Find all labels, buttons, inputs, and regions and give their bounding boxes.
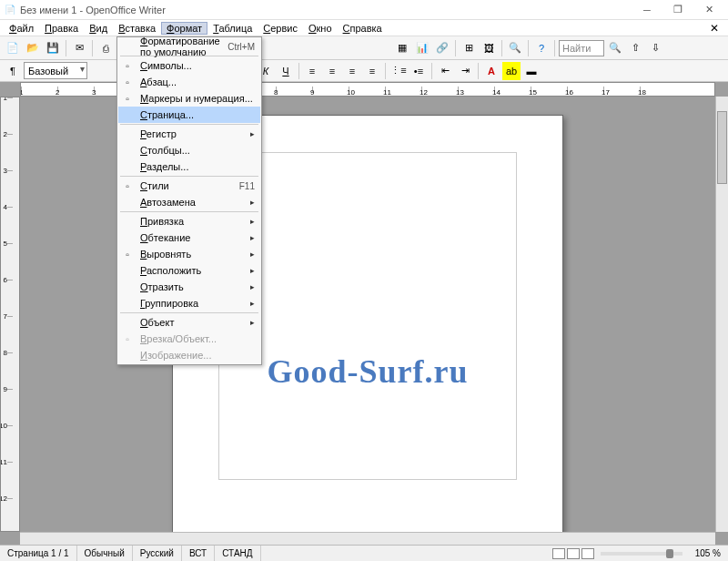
close-button[interactable]: ✕ [693, 1, 724, 19]
gallery-icon[interactable]: 🖼 [480, 39, 498, 57]
help-icon[interactable]: ? [532, 39, 551, 57]
status-page[interactable]: Страница 1 / 1 [0, 546, 77, 561]
menu-item-стили[interactable]: ▫СтилиF11 [118, 178, 260, 194]
app-icon: 📄 [4, 4, 16, 16]
menu-файл[interactable]: Файл [4, 22, 39, 35]
scrollbar-thumb[interactable] [717, 111, 727, 184]
ruler-tick: 9 [7, 389, 13, 425]
menu-item-label: Маркеры и нумерация... [140, 93, 253, 104]
menu-item-объект[interactable]: Объект▸ [118, 314, 260, 331]
hyperlink-icon[interactable]: 🔗 [433, 39, 451, 57]
background-color-icon[interactable]: ▬ [522, 62, 541, 80]
menu-item-страница-[interactable]: Страница... [118, 107, 260, 123]
mail-icon[interactable]: ✉ [70, 39, 88, 57]
menu-item-отразить[interactable]: Отразить▸ [118, 279, 260, 295]
menu-item-label: Изображение... [140, 350, 211, 361]
horizontal-scrollbar[interactable] [20, 532, 715, 545]
open-icon[interactable]: 📂 [24, 39, 42, 57]
menu-item-автозамена[interactable]: Автозамена▸ [118, 194, 260, 210]
menu-вставка[interactable]: Вставка [113, 22, 161, 35]
export-pdf-icon[interactable]: ⎙ [96, 39, 115, 57]
menu-item-label: Регистр [140, 128, 177, 139]
numbering-icon[interactable]: ⋮≡ [389, 62, 408, 80]
ruler-tick: 14 [494, 87, 531, 92]
menu-item-абзац-[interactable]: ▫Абзац... [118, 74, 260, 90]
menu-item-группировка[interactable]: Группировка▸ [118, 295, 260, 311]
zoom-icon[interactable]: 🔍 [506, 39, 524, 57]
decrease-indent-icon[interactable]: ⇤ [436, 62, 454, 80]
align-right-icon[interactable]: ≡ [343, 62, 361, 80]
zoom-slider[interactable] [601, 552, 682, 556]
menu-item-разделы-[interactable]: Разделы... [118, 158, 260, 175]
char-icon: ▫ [121, 59, 134, 72]
view-multi-page-icon[interactable] [567, 548, 580, 559]
paragraph-style-combo[interactable]: Базовый [24, 62, 87, 79]
menu-shortcut: F11 [239, 181, 255, 191]
menu-item-label: Обтекание [140, 232, 190, 243]
menu-item-изображение-: Изображение... [118, 347, 260, 363]
align-left-icon[interactable]: ≡ [303, 62, 321, 80]
bullets-icon[interactable]: •≡ [410, 62, 428, 80]
chart-icon[interactable]: 📊 [413, 39, 431, 57]
standard-toolbar: 📄 📂 💾 ✉ ⎙ 🖨 ▦ 📊 🔗 ⊞ 🖼 🔍 ? Найти 🔍 ⇧ ⇩ [0, 36, 728, 60]
status-insert[interactable]: ВСТ [182, 546, 215, 561]
vertical-scrollbar[interactable] [715, 97, 728, 532]
menu-shortcut: Ctrl+M [228, 42, 255, 52]
formatting-toolbar: ¶ Базовый Ж К Ч ≡ ≡ ≡ ≡ ⋮≡ •≡ ⇤ ⇥ A ab ▬ [0, 60, 728, 82]
menu-item-столбцы-[interactable]: Столбцы... [118, 142, 260, 158]
menu-item-выровнять[interactable]: ▫Выровнять▸ [118, 246, 260, 262]
styles-icon[interactable]: ¶ [4, 62, 22, 80]
menu-правка[interactable]: Правка [39, 22, 84, 35]
menu-формат[interactable]: Формат [161, 22, 207, 35]
justify-icon[interactable]: ≡ [363, 62, 381, 80]
menu-item-маркеры-и-нумерация-[interactable]: ▫Маркеры и нумерация... [118, 90, 260, 107]
find-prev-icon[interactable]: ⇧ [626, 39, 644, 57]
submenu-arrow-icon: ▸ [250, 266, 255, 275]
table-icon[interactable]: ▦ [393, 39, 411, 57]
menu-окно[interactable]: Окно [303, 22, 338, 35]
menu-item-форматирование-по-умолчанию[interactable]: Форматирование по умолчаниюCtrl+M [118, 38, 260, 55]
new-doc-icon[interactable]: 📄 [4, 39, 22, 57]
highlight-icon[interactable]: ab [502, 62, 521, 80]
menu-item-регистр[interactable]: Регистр▸ [118, 126, 260, 142]
menu-вид[interactable]: Вид [84, 22, 113, 35]
statusbar: Страница 1 / 1 Обычный Русский ВСТ СТАНД… [0, 545, 728, 561]
minimize-button[interactable]: ─ [632, 1, 662, 19]
ruler-tick: 2 [7, 134, 13, 170]
menu-справка[interactable]: Справка [338, 22, 388, 35]
find-input[interactable]: Найти [559, 40, 604, 56]
ruler-tick: 8 [7, 352, 13, 389]
status-selection-mode[interactable]: СТАНД [215, 546, 260, 561]
find-next-icon[interactable]: 🔍 [606, 39, 624, 57]
underline-icon[interactable]: Ч [277, 62, 295, 80]
align-center-icon[interactable]: ≡ [323, 62, 341, 80]
font-color-icon[interactable]: A [482, 62, 500, 80]
view-single-page-icon[interactable] [552, 548, 565, 559]
menu-item-label: Выровнять [140, 249, 191, 260]
menu-сервис[interactable]: Сервис [258, 22, 303, 35]
submenu-arrow-icon: ▸ [250, 217, 255, 226]
view-book-icon[interactable] [581, 548, 594, 559]
menu-item-расположить[interactable]: Расположить▸ [118, 262, 260, 279]
save-icon[interactable]: 💾 [44, 39, 62, 57]
ruler-tick: 7 [7, 316, 13, 352]
increase-indent-icon[interactable]: ⇥ [456, 62, 474, 80]
menu-item-label: Расположить [140, 265, 201, 276]
menu-item-символы-[interactable]: ▫Символы... [118, 57, 260, 74]
menu-item-привязка[interactable]: Привязка▸ [118, 213, 260, 230]
status-zoom[interactable]: 105 % [688, 546, 728, 561]
ruler-tick: 18 [640, 87, 676, 92]
menubar: ФайлПравкаВидВставкаФорматТаблицаСервисО… [0, 20, 728, 36]
styles-icon: ▫ [121, 179, 134, 192]
zoom-slider-knob[interactable] [666, 549, 673, 558]
vertical-ruler[interactable]: 123456789101112131415161718 [0, 97, 20, 532]
close-document-button[interactable]: ✕ [704, 22, 724, 35]
navigator-icon[interactable]: ⊞ [460, 39, 478, 57]
status-language[interactable]: Русский [133, 546, 182, 561]
maximize-button[interactable]: ❐ [662, 1, 693, 19]
menu-item-обтекание[interactable]: Обтекание▸ [118, 230, 260, 246]
find-all-icon[interactable]: ⇩ [646, 39, 664, 57]
status-style[interactable]: Обычный [77, 546, 133, 561]
format-menu-dropdown: Форматирование по умолчаниюCtrl+M▫Символ… [116, 36, 262, 365]
menu-таблица[interactable]: Таблица [207, 22, 258, 35]
